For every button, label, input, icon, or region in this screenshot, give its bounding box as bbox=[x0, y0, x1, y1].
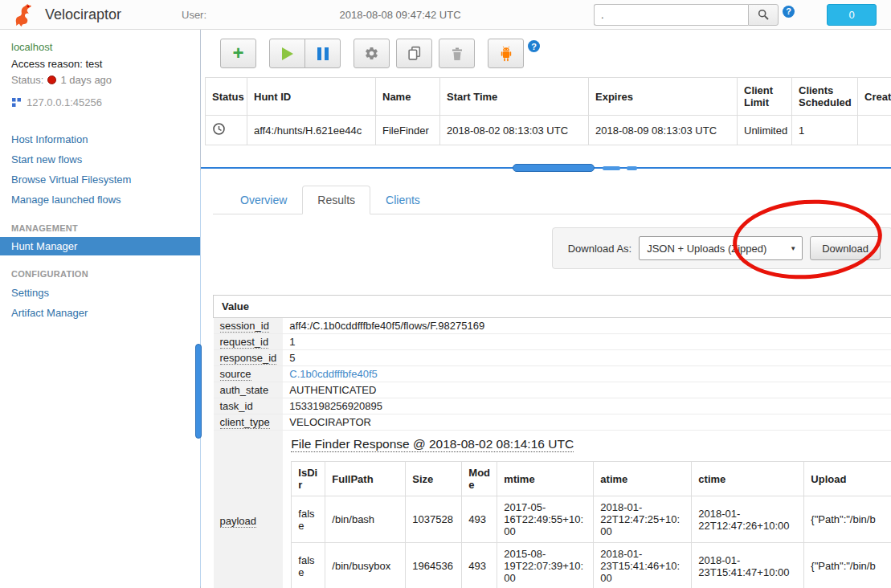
help-icon[interactable]: ? bbox=[528, 40, 540, 52]
result-value: 1 bbox=[283, 334, 891, 350]
sidebar-item-host-information[interactable]: Host Information bbox=[0, 129, 200, 149]
result-row: session_id aff4:/C.1b0cddfffbfe40f5/flow… bbox=[214, 318, 891, 334]
cell-atime: 2018-01-22T12:47:25+10:00 bbox=[594, 496, 692, 543]
tab-clients[interactable]: Clients bbox=[370, 186, 435, 214]
results-table: Value session_id aff4:/C.1b0cddfffbfe40f… bbox=[213, 295, 891, 588]
download-as-label: Download As: bbox=[568, 243, 632, 255]
hunt-status-cell bbox=[206, 116, 247, 145]
col-expires: Expires bbox=[589, 78, 738, 116]
download-format-select[interactable]: JSON + Uploads (Zipped) ▼ bbox=[639, 236, 803, 260]
start-hunt-button[interactable] bbox=[269, 39, 305, 68]
status-value: 1 days ago bbox=[60, 74, 112, 86]
hunt-table: Status Hunt ID Name Start Time Expires C… bbox=[205, 77, 891, 145]
copy-hunt-button[interactable] bbox=[396, 39, 432, 68]
pause-icon bbox=[317, 47, 329, 60]
vertical-scrollbar-thumb[interactable] bbox=[195, 344, 202, 439]
search-input[interactable] bbox=[594, 4, 748, 26]
cell-size: 1037528 bbox=[406, 496, 462, 543]
result-value: AUTHENTICATED bbox=[283, 382, 891, 398]
hunt-clients-scheduled-cell: 1 bbox=[792, 116, 858, 145]
result-value: aff4:/C.1b0cddfffbfe40f5/flows/F.9827516… bbox=[283, 318, 891, 334]
pcol-upload: Upload bbox=[804, 462, 891, 496]
play-icon bbox=[282, 47, 293, 60]
hunt-toolbar: + bbox=[201, 30, 891, 71]
modify-group bbox=[354, 39, 481, 68]
run-flow-on-clients-button[interactable] bbox=[488, 39, 524, 68]
chevron-down-icon: ▼ bbox=[790, 245, 796, 252]
col-clients-scheduled: Clients Scheduled bbox=[792, 78, 858, 116]
main-panel: + bbox=[201, 30, 891, 588]
cell-upload: {"Path":"/bin/b bbox=[804, 496, 891, 543]
sidebar-item-hunt-manager[interactable]: Hunt Manager bbox=[0, 237, 200, 255]
cell-upload: {"Path":"/bin/b bbox=[804, 543, 891, 588]
result-value: 1533198256920895 bbox=[283, 398, 891, 414]
access-reason: Access reason: test bbox=[0, 58, 200, 70]
result-row: auth_state AUTHENTICATED bbox=[214, 382, 891, 398]
client-link[interactable]: C.1b0cddfffbfe40f5 bbox=[283, 366, 891, 382]
address-text: 127.0.0.1:45256 bbox=[27, 96, 102, 108]
result-key: task_id bbox=[220, 400, 253, 412]
modify-hunt-button[interactable] bbox=[354, 39, 390, 68]
result-key: request_id bbox=[220, 336, 269, 349]
cell-fullpath: /bin/bash bbox=[325, 496, 406, 543]
hunt-row[interactable]: aff4:/hunts/H.621ee44c FileFinder 2018-0… bbox=[206, 116, 891, 145]
help-icon[interactable]: ? bbox=[783, 6, 795, 18]
copy-icon bbox=[407, 46, 422, 61]
sidebar-item-manage-launched-flows[interactable]: Manage launched flows bbox=[0, 190, 200, 210]
payload-table: IsDir FullPath Size Mode mtime atime cti… bbox=[291, 461, 891, 588]
search-icon bbox=[758, 9, 769, 20]
top-header: Velociraptor User: 2018-08-08 09:47:42 U… bbox=[0, 0, 891, 30]
cell-mtime: 2015-08-19T22:07:39+10:00 bbox=[497, 543, 594, 588]
run-pause-group bbox=[269, 39, 341, 68]
download-format-value: JSON + Uploads (Zipped) bbox=[647, 243, 766, 255]
pcol-fullpath: FullPath bbox=[325, 462, 406, 496]
clock-status-icon bbox=[212, 122, 226, 136]
payload-row: payload File Finder Response @ 2018-08-0… bbox=[214, 431, 891, 588]
status-label: Status: bbox=[11, 74, 43, 86]
search-button[interactable] bbox=[748, 4, 779, 26]
horizontal-scrollbar-thumb[interactable] bbox=[513, 164, 595, 172]
velociraptor-logo-icon bbox=[11, 2, 35, 28]
notifications-button[interactable]: 0 bbox=[827, 4, 877, 26]
tabbar: Overview Results Clients bbox=[213, 186, 891, 214]
tab-results[interactable]: Results bbox=[302, 186, 370, 214]
payload-data-row: false /bin/busybox 1964536 493 2015-08-1… bbox=[292, 543, 891, 588]
pause-hunt-button[interactable] bbox=[304, 39, 341, 68]
cell-ctime: 2018-01-22T12:47:26+10:00 bbox=[692, 496, 804, 543]
horizontal-splitter[interactable] bbox=[201, 163, 891, 173]
tab-overview[interactable]: Overview bbox=[225, 186, 302, 214]
add-hunt-button[interactable]: + bbox=[220, 39, 256, 68]
pcol-isdir: IsDir bbox=[292, 462, 325, 496]
scrollbar-dash bbox=[627, 166, 637, 170]
hunt-id-cell: aff4:/hunts/H.621ee44c bbox=[247, 116, 376, 145]
result-key: client_type bbox=[220, 416, 270, 429]
user-label: User: bbox=[182, 9, 206, 21]
result-key: session_id bbox=[220, 320, 269, 333]
col-name: Name bbox=[376, 78, 440, 116]
app-title: Velociraptor bbox=[45, 6, 148, 23]
download-button[interactable]: Download bbox=[810, 236, 881, 260]
col-start-time: Start Time bbox=[440, 78, 589, 116]
col-status: Status bbox=[206, 78, 247, 116]
plus-icon: + bbox=[232, 43, 243, 63]
cell-isdir: false bbox=[292, 543, 325, 588]
trash-icon bbox=[451, 47, 464, 61]
sidebar-item-settings[interactable]: Settings bbox=[0, 283, 200, 303]
sidebar-item-browse-virtual-filesystem[interactable]: Browse Virtual Filesystem bbox=[0, 169, 200, 190]
host-status: Status: 1 days ago bbox=[0, 74, 200, 86]
delete-hunt-button[interactable] bbox=[439, 39, 475, 68]
sidebar-item-artifact-manager[interactable]: Artifact Manager bbox=[0, 303, 200, 323]
result-row: client_type VELOCIRAPTOR bbox=[214, 414, 891, 431]
payload-title: File Finder Response @ 2018-08-02 08:14:… bbox=[291, 437, 574, 452]
hunt-start-cell: 2018-08-02 08:13:03 UTC bbox=[440, 116, 589, 145]
result-key: source bbox=[220, 368, 251, 381]
status-dot-icon bbox=[47, 76, 56, 84]
cell-fullpath: /bin/busybox bbox=[325, 543, 406, 588]
sidebar-item-start-new-flows[interactable]: Start new flows bbox=[0, 149, 200, 169]
result-key: auth_state bbox=[220, 384, 269, 396]
host-name: localhost bbox=[0, 41, 200, 53]
hunt-name-cell: FileFinder bbox=[376, 116, 440, 145]
results-value-header: Value bbox=[214, 296, 891, 318]
gear-icon bbox=[364, 46, 379, 61]
result-row: task_id 1533198256920895 bbox=[214, 398, 891, 414]
